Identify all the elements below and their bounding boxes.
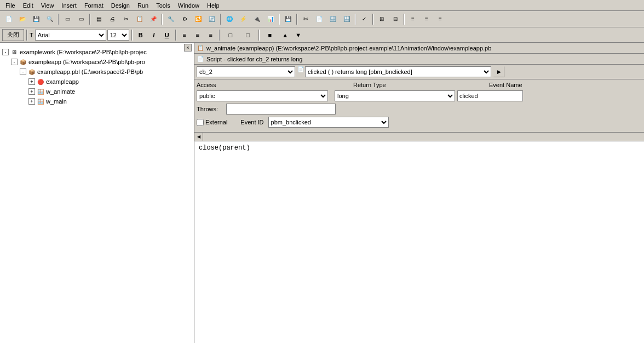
format-extra-3[interactable]: ■ — [262, 30, 278, 41]
toolbar-btn-12[interactable]: 🔧 — [164, 13, 177, 25]
tree-expand-target[interactable]: - — [11, 59, 18, 65]
menu-run[interactable]: Run — [134, 1, 152, 10]
menu-view[interactable]: View — [38, 1, 58, 10]
form-area: Access Return Type Event Name public lon… — [194, 79, 644, 133]
toolbar-btn-18[interactable]: 🔌 — [250, 13, 263, 25]
event-name-field[interactable] — [457, 90, 523, 101]
tree-item-exampleapp[interactable]: + 🔴 exampleapp — [28, 77, 192, 87]
tree-item-target[interactable]: - 📦 exampleapp (E:\workspace\2-PB\pbl\pb… — [11, 57, 192, 67]
return-type-label: Return Type — [353, 82, 397, 88]
throws-input[interactable] — [226, 104, 336, 115]
font-select[interactable]: Arial — [35, 30, 106, 41]
script-panel: 📋 w_animate (exampleapp) (E:\workspace\2… — [194, 43, 644, 343]
menu-file[interactable]: File — [2, 1, 19, 10]
menu-window[interactable]: Window — [175, 1, 203, 10]
script-title-text: Script - clicked for cb_2 returns long — [206, 56, 302, 62]
toolbar-btn-9[interactable]: ✂ — [119, 13, 133, 25]
main-toolbar: 📄 📂 💾 🔍 ▭ ▭ ▤ 🖨 ✂ 📋 📌 🔧 ⚙ 🔁 🔄 🌐 ⚡ 🔌 📊 💾 … — [0, 11, 644, 27]
script-title-bar: 📄 Script - clicked for cb_2 returns long — [194, 54, 644, 65]
font-size-select[interactable]: 12 — [107, 30, 129, 41]
align-right-button[interactable]: ≡ — [205, 30, 217, 41]
tree-item-w-main[interactable]: + 🪟 w_main — [28, 96, 192, 106]
access-select[interactable]: public — [197, 90, 328, 101]
w-animate-icon: 🪟 — [36, 87, 45, 96]
toolbar-btn-30[interactable]: ≡ — [434, 13, 447, 25]
format-sep-3 — [175, 30, 176, 41]
tree-expand-w-animate[interactable]: + — [28, 88, 35, 95]
toolbar-btn-8[interactable]: 🖨 — [106, 13, 119, 25]
toolbar-btn-28[interactable]: ≡ — [406, 13, 419, 25]
toolbar-open[interactable]: 📂 — [16, 13, 29, 25]
menu-design[interactable]: Design — [108, 1, 133, 10]
scroll-indicator: ◀ — [194, 133, 644, 141]
toolbar-btn-11[interactable]: 📌 — [147, 13, 160, 25]
event-dropdown[interactable]: clicked ( ) returns long [pbm_bnclicked] — [305, 66, 491, 77]
throws-label: Throws: — [197, 106, 224, 112]
toolbar-btn-20[interactable]: 💾 — [281, 13, 295, 25]
toolbar-btn-23[interactable]: 🔙 — [326, 13, 340, 25]
menu-tools[interactable]: Tools — [153, 1, 174, 10]
event-dropdown-container: 📄 clicked ( ) returns long [pbm_bnclicke… — [297, 66, 491, 77]
tree-item-w-animate[interactable]: + 🪟 w_animate — [28, 87, 192, 96]
exampleapp-label: exampleapp — [46, 78, 79, 85]
toolbar-btn-10[interactable]: 📋 — [133, 13, 146, 25]
code-line-1: close(parent) — [199, 144, 640, 153]
event-extra-button[interactable]: ▶ — [493, 66, 504, 77]
w-main-icon: 🪟 — [36, 97, 45, 106]
toolbar-btn-21[interactable]: ✄ — [299, 13, 312, 25]
code-editor[interactable]: close(parent) — [194, 141, 644, 343]
toolbar-new[interactable]: 📄 — [2, 13, 15, 25]
external-checkbox[interactable] — [197, 119, 204, 126]
toolbar-btn-7[interactable]: ▤ — [92, 13, 105, 25]
tree-expand-exampleapp[interactable]: + — [28, 78, 35, 85]
event-id-select[interactable]: pbm_bnclicked — [268, 117, 389, 128]
toolbar-btn-14[interactable]: 🔁 — [192, 13, 205, 25]
toolbar-preview[interactable]: 🔍 — [43, 13, 56, 25]
toolbar-btn-29[interactable]: ≡ — [420, 13, 433, 25]
toolbar-btn-26[interactable]: ⊞ — [375, 13, 388, 25]
object-dropdown[interactable]: cb_2 — [197, 66, 295, 77]
scroll-left-button[interactable]: ◀ — [194, 133, 203, 141]
format-extra-2[interactable]: □ — [240, 30, 256, 41]
toolbar-btn-15[interactable]: 🔄 — [205, 13, 219, 25]
format-extra-4[interactable]: ▲ — [279, 30, 291, 41]
toolbar-sep-3 — [162, 14, 163, 25]
return-type-select[interactable]: long — [335, 90, 455, 101]
tree-expand-library[interactable]: - — [20, 68, 26, 75]
tree-close-button[interactable]: × — [184, 44, 192, 52]
toolbar-btn-22[interactable]: 📄 — [313, 13, 326, 25]
underline-button[interactable]: U — [161, 30, 173, 41]
align-left-button[interactable]: ≡ — [179, 30, 191, 41]
access-label: Access — [197, 82, 224, 88]
toolbar-btn-5[interactable]: ▭ — [61, 13, 74, 25]
close-button[interactable]: 关闭 — [2, 29, 24, 41]
toolbar-btn-24[interactable]: 🔛 — [340, 13, 353, 25]
t-icon: T — [30, 32, 33, 38]
toolbar-btn-25[interactable]: ✓ — [358, 13, 371, 25]
align-center-button[interactable]: ≡ — [192, 30, 204, 41]
form-values-row: public long — [197, 90, 642, 101]
toolbar-btn-16[interactable]: 🌐 — [223, 13, 236, 25]
toolbar-btn-19[interactable]: 📊 — [264, 13, 277, 25]
tree-item-library[interactable]: - 📦 exampleapp.pbl (E:\workspace\2-PB\pb — [20, 67, 192, 77]
tree-expand-workspace[interactable]: - — [2, 49, 9, 55]
menu-format[interactable]: Format — [81, 1, 107, 10]
dropdowns-row: cb_2 📄 clicked ( ) returns long [pbm_bnc… — [194, 65, 644, 79]
bold-button[interactable]: B — [135, 30, 147, 41]
toolbar-save[interactable]: 💾 — [30, 13, 43, 25]
toolbar-btn-17[interactable]: ⚡ — [237, 13, 250, 25]
format-extra-1[interactable]: □ — [222, 30, 239, 41]
toolbar-btn-27[interactable]: ⊟ — [389, 13, 402, 25]
toolbar-btn-6[interactable]: ▭ — [74, 13, 88, 25]
menu-edit[interactable]: Edit — [20, 1, 37, 10]
tree-expand-w-main[interactable]: + — [28, 98, 35, 105]
menu-insert[interactable]: Insert — [58, 1, 80, 10]
library-icon: 📦 — [27, 67, 36, 76]
w-main-label: w_main — [46, 98, 67, 105]
tree-item-workspace[interactable]: - 🖥 examplework (E:\workspace\2-PB\pbl\p… — [2, 47, 192, 57]
italic-button[interactable]: I — [148, 30, 160, 41]
toolbar-btn-13[interactable]: ⚙ — [178, 13, 191, 25]
format-extra-5[interactable]: ▼ — [292, 30, 304, 41]
menu-help[interactable]: Help — [204, 1, 223, 10]
external-checkbox-group: External — [197, 119, 227, 126]
